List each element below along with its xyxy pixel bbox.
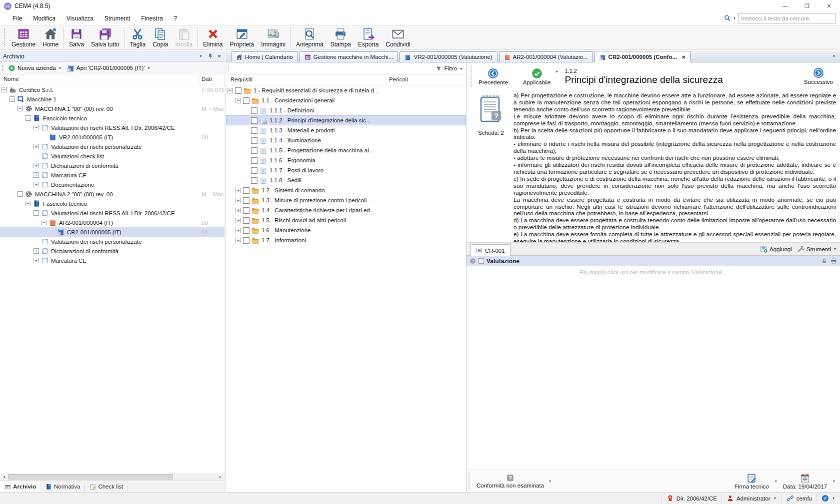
close-button[interactable]: ✕ (818, 0, 840, 12)
new-company-button[interactable]: Nuova azienda (18, 65, 56, 71)
collapse-minus-icon[interactable]: − (34, 210, 39, 216)
help-question-icon[interactable] (470, 258, 476, 264)
requirement-checkbox[interactable] (251, 147, 258, 154)
expand-plus-icon[interactable]: + (34, 163, 39, 168)
requirement-checkbox[interactable] (251, 157, 258, 164)
expand-plus-icon[interactable]: + (236, 238, 241, 243)
strumenti-button[interactable]: Strumenti ▾ (797, 245, 837, 253)
requirement-checkbox[interactable] (243, 207, 250, 214)
language-selector[interactable]: ▾ (816, 495, 840, 503)
detail-grip-handle[interactable] (470, 65, 472, 87)
collapse-minus-icon[interactable]: − (42, 220, 47, 225)
column-divider[interactable] (199, 75, 200, 83)
requirement-tree-row[interactable]: 1.1.7 - Posti di lavoro (226, 165, 466, 175)
expand-plus-icon[interactable]: + (34, 144, 39, 149)
stampa-button[interactable]: Stampa (327, 26, 354, 49)
requirement-tree-row[interactable]: +1.5 - Rischi dovuti ad altri pericoli (226, 215, 466, 225)
expand-plus-icon[interactable]: + (236, 218, 241, 223)
connection-status[interactable]: cemfu (782, 495, 816, 503)
expand-plus-icon[interactable]: + (236, 188, 241, 193)
collapse-minus-icon[interactable]: − (26, 115, 31, 121)
condividi-button[interactable]: Condividi (382, 26, 414, 49)
archive-horizontal-scrollbar[interactable]: ◄ ► (0, 473, 224, 481)
requirement-tree-row[interactable]: 1.1.3 - Materiali e prodotti (226, 125, 466, 135)
requirement-checkbox[interactable] (243, 217, 250, 224)
archive-tree-row[interactable]: Valutazioni dei rischi personalizzate (0, 237, 224, 246)
archive-tree-row[interactable]: −Fascicolo tecnico (0, 113, 224, 123)
footer-tab-normativa[interactable]: Normativa (41, 481, 85, 492)
archive-tree-row[interactable]: −AR2-001/000004 (IT)00 (0, 218, 224, 227)
tab-ar2-valutazione[interactable]: AR2-001/000004 (Valutazio... (499, 51, 593, 62)
tab-list-caret-icon[interactable]: ▾ (833, 54, 835, 58)
requirement-checkbox[interactable] (251, 107, 258, 114)
restore-button[interactable]: ❐ (796, 0, 818, 12)
requisiti-grip-handle[interactable] (228, 65, 230, 71)
archive-tree-row[interactable]: +Dichiarazioni di conformità (0, 161, 224, 170)
scroll-right-arrow-icon[interactable]: ► (216, 475, 224, 479)
menu-finestra[interactable]: Finestra (136, 15, 168, 22)
column-divider[interactable] (385, 76, 386, 84)
open-item-caret-icon[interactable]: ▾ (148, 66, 150, 70)
archive-tree-row[interactable]: −MACCHINA 2 "00" (00) rev. 00M. - Mac (0, 189, 224, 199)
archive-tree-row[interactable]: −Certifico S.r.l.(+39 075 5 (0, 85, 224, 94)
directive-status[interactable]: Dir. 2006/42/CE (662, 495, 722, 503)
requirement-checkbox[interactable] (251, 127, 258, 134)
filtro-button[interactable]: Filtro ▾ (436, 65, 463, 72)
user-status[interactable]: Administrator ▾ (722, 495, 782, 503)
search-options-caret-icon[interactable]: ▾ (734, 16, 736, 20)
panel-menu-caret-icon[interactable]: ▾ (200, 54, 202, 58)
firma-caret-icon[interactable]: ▾ (775, 479, 777, 484)
menu-file[interactable]: File (7, 15, 28, 22)
scroll-left-arrow-icon[interactable]: ◄ (0, 475, 8, 479)
data-caret-icon[interactable]: ▾ (833, 479, 835, 484)
command-bar-grip-handle[interactable] (2, 65, 4, 71)
collapse-minus-icon[interactable]: − (26, 201, 31, 206)
minimize-button[interactable]: — (774, 0, 796, 12)
pin-icon[interactable] (207, 53, 214, 59)
requirement-checkbox[interactable] (251, 137, 258, 144)
data-button[interactable]: Data: 19/04/2017 (779, 472, 831, 491)
panel-close-icon[interactable]: ✕ (218, 53, 222, 59)
requirement-tree-row[interactable]: +1.4 - Caratteristiche richieste per i r… (226, 205, 466, 215)
esporta-button[interactable]: Esporta (354, 26, 382, 49)
conformity-caret-icon[interactable]: ▾ (549, 479, 551, 484)
archive-tree-row[interactable]: −Valutazioni dei rischi RESS All. I Dir.… (0, 123, 224, 132)
elimina-button[interactable]: Elimina (200, 26, 226, 49)
footer-tab-archivio[interactable]: Archivio (0, 481, 41, 492)
column-header-nome[interactable]: Nome (4, 76, 19, 82)
open-item-button[interactable]: Apri 'CR2-001/000005 (IT)' (76, 65, 145, 71)
cr-001-tab[interactable]: CR-001 (470, 244, 510, 256)
tab-vr2-valutazione[interactable]: VR2-001/000005 (Valutazione) (400, 51, 497, 62)
archive-tree-row[interactable]: −Fascicolo tecnico (0, 199, 224, 208)
menu-visualizza[interactable]: Visualizza (61, 15, 99, 22)
requirement-checkbox[interactable] (243, 97, 250, 104)
archive-tree-row[interactable]: −Valutazioni dei rischi RESS All. I Dir.… (0, 208, 224, 218)
menu-modifica[interactable]: Modifica (28, 15, 61, 22)
valutazione-collapse-icon[interactable]: − (478, 258, 484, 264)
successivo-button[interactable]: Successivo (800, 66, 837, 86)
requirement-tree-row[interactable]: 1.1.1 - Definizioni (226, 105, 466, 115)
precedente-button[interactable]: Precedente (474, 67, 512, 86)
requirement-tree-row[interactable]: 1.1.8 - Sedili (226, 175, 466, 185)
requirement-checkbox[interactable] (243, 197, 250, 204)
column-header-requisiti[interactable]: Requisiti (230, 76, 252, 82)
expand-plus-icon[interactable]: + (34, 172, 39, 178)
requirement-checkbox[interactable] (235, 87, 242, 94)
tab-close-icon[interactable]: ✕ (682, 54, 686, 60)
requirement-tree-row[interactable]: 1.1.4 - Illuminazione (226, 135, 466, 145)
salva-button[interactable]: Salva (66, 26, 88, 49)
conformity-grip-handle[interactable] (468, 473, 470, 489)
immagini-button[interactable]: Immagini (258, 26, 289, 49)
expand-plus-icon[interactable]: + (34, 258, 39, 263)
collapse-minus-icon[interactable]: − (228, 88, 233, 93)
menu-strumenti[interactable]: Strumenti (99, 15, 136, 22)
archive-tree-row[interactable]: VR2-001/000005 (IT)00 (0, 132, 224, 142)
copia-button[interactable]: Copia (149, 26, 172, 49)
requirement-tree-row[interactable]: +1.2 - Sistemi di comando (226, 185, 466, 195)
salva-tutto-button[interactable]: Salva tutto (88, 26, 123, 49)
column-header-pericoli[interactable]: Pericoli (389, 76, 408, 82)
home-button[interactable]: Home (39, 26, 62, 49)
expand-plus-icon[interactable]: + (34, 248, 39, 254)
requirement-checkbox[interactable] (243, 237, 250, 244)
requirement-checkbox[interactable] (251, 177, 258, 184)
